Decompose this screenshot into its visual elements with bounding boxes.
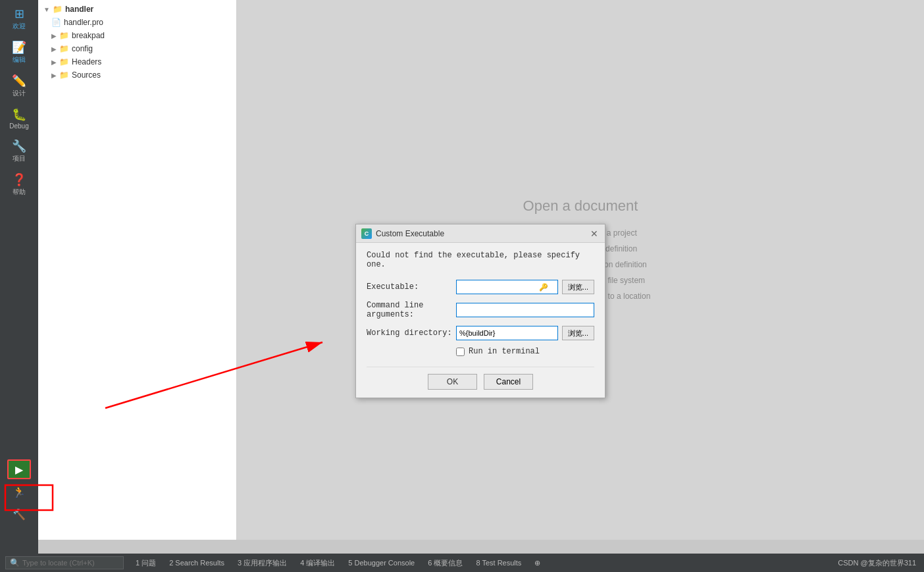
grid-icon: ⊞: [14, 8, 24, 20]
status-tab-search[interactable]: 2 Search Results: [163, 559, 231, 567]
debug-icon: 🐛: [12, 109, 26, 120]
executable-row: Executable: 🔑 浏览...: [367, 280, 594, 294]
sidebar-item-design[interactable]: ✏️ 设计: [0, 70, 38, 103]
workdir-input[interactable]: [456, 326, 558, 340]
edit-icon: 📝: [12, 41, 26, 53]
workdir-browse-button[interactable]: 浏览...: [562, 326, 594, 340]
executable-label: Executable:: [367, 282, 452, 292]
sidebar-label-editor: 编辑: [13, 55, 26, 65]
expand-arrow-breakpad: ▶: [51, 32, 57, 39]
folder-icon-breakpad: 📁: [59, 31, 69, 40]
dialog-titlebar: C Custom Executable ✕: [356, 224, 605, 243]
executable-input[interactable]: [456, 280, 558, 294]
tree-item-headers[interactable]: ▶ 📁 Headers: [38, 55, 236, 68]
tree-item-handler[interactable]: ▼ 📁 handler: [38, 3, 236, 16]
status-tab-summary[interactable]: 6 概要信息: [421, 558, 469, 568]
sidebar-label-debug: Debug: [9, 122, 28, 130]
run-in-terminal-checkbox[interactable]: [456, 348, 465, 356]
custom-executable-dialog: C Custom Executable ✕ Could not find the…: [355, 224, 605, 398]
sidebar-label-project: 项目: [13, 154, 26, 163]
wrench-icon: 🔨: [13, 508, 26, 521]
status-tab-problems[interactable]: 1 问题: [129, 558, 163, 568]
play-icon: ▶: [15, 463, 23, 476]
file-tree: ▼ 📁 handler 📄 handler.pro ▶ 📁 breakpad ▶…: [38, 0, 236, 84]
cmdline-input[interactable]: [456, 303, 594, 317]
sidebar-label-design: 设计: [13, 89, 26, 98]
checkbox-row: Run in terminal: [367, 347, 594, 356]
search-bar[interactable]: 🔍: [5, 556, 124, 569]
status-tab-expand[interactable]: ⊕: [528, 559, 547, 567]
sidebar-label-welcome: 欢迎: [13, 22, 26, 31]
folder-icon-headers: 📁: [59, 57, 69, 66]
run-buttons-area: ▶ 🏃 🔨: [0, 457, 38, 527]
workdir-row: Working directory: 浏览...: [367, 326, 594, 340]
tree-label-breakpad: breakpad: [72, 31, 105, 40]
dialog-close-button[interactable]: ✕: [589, 228, 600, 239]
folder-icon: 📁: [53, 5, 63, 14]
ok-button[interactable]: OK: [428, 374, 477, 390]
tree-label-config: config: [72, 44, 93, 53]
status-bar: 🔍 1 问题 2 Search Results 3 应用程序输出 4 编译输出 …: [0, 554, 924, 572]
sidebar-item-help[interactable]: ❓ 帮助: [0, 169, 38, 202]
sidebar-item-debug[interactable]: 🐛 Debug: [0, 103, 38, 135]
status-tab-app-output[interactable]: 3 应用程序输出: [231, 558, 294, 568]
tree-item-handler-pro[interactable]: 📄 handler.pro: [38, 16, 236, 29]
design-icon: ✏️: [12, 75, 26, 87]
status-bar-right: CSDN @复杂的世界311: [838, 558, 924, 568]
dialog-title: Custom Executable: [376, 229, 585, 238]
tree-item-config[interactable]: ▶ 📁 config: [38, 42, 236, 55]
expand-arrow-headers: ▶: [51, 59, 57, 66]
tree-item-breakpad[interactable]: ▶ 📁 breakpad: [38, 29, 236, 42]
run-other-button2[interactable]: 🔨: [7, 504, 31, 524]
run-icon: 🏃: [13, 486, 26, 498]
search-icon: 🔍: [10, 558, 20, 567]
cancel-button[interactable]: Cancel: [484, 374, 533, 390]
workdir-label: Working directory:: [367, 328, 452, 338]
folder-icon-sources: 📁: [59, 70, 69, 80]
project-icon: 🔧: [12, 140, 26, 152]
run-play-button[interactable]: ▶: [7, 459, 31, 479]
tree-label-handler-pro: handler.pro: [64, 18, 103, 27]
status-bar-left: 🔍 1 问题 2 Search Results 3 应用程序输出 4 编译输出 …: [0, 556, 838, 569]
sidebar-label-help: 帮助: [13, 188, 26, 197]
tree-label-handler: handler: [65, 5, 93, 14]
expand-arrow-config: ▶: [51, 45, 57, 53]
tree-item-sources[interactable]: ▶ 📁 Sources: [38, 68, 236, 82]
executable-browse-button[interactable]: 浏览...: [562, 280, 594, 294]
dialog-title-icon: C: [361, 228, 372, 239]
cmdline-row: Command line arguments:: [367, 301, 594, 319]
expand-arrow: ▼: [43, 6, 50, 13]
cmdline-label: Command line arguments:: [367, 301, 452, 319]
dialog-buttons: OK Cancel: [367, 367, 594, 390]
tree-label-headers: Headers: [72, 57, 101, 66]
sidebar-item-welcome[interactable]: ⊞ 欢迎: [0, 3, 38, 36]
folder-icon-config: 📁: [59, 44, 69, 53]
help-icon: ❓: [12, 174, 26, 186]
file-icon-pro: 📄: [51, 18, 61, 27]
dialog-message: Could not find the executable, please sp…: [367, 251, 594, 269]
open-doc-title: Open a document: [511, 197, 651, 215]
run-in-terminal-label: Run in terminal: [469, 347, 540, 356]
status-tab-test[interactable]: 8 Test Results: [469, 559, 528, 567]
status-tab-debugger[interactable]: 5 Debugger Console: [342, 559, 421, 567]
tree-label-sources: Sources: [72, 70, 101, 80]
sidebar-item-project[interactable]: 🔧 项目: [0, 135, 38, 169]
expand-arrow-sources: ▶: [51, 72, 57, 79]
search-input[interactable]: [22, 559, 115, 567]
status-tab-compile[interactable]: 4 编译输出: [294, 558, 342, 568]
dialog-body: Could not find the executable, please sp…: [356, 243, 605, 398]
file-tree-panel: ▼ 📁 handler 📄 handler.pro ▶ 📁 breakpad ▶…: [38, 0, 237, 540]
run-other-button1[interactable]: 🏃: [7, 482, 31, 502]
sidebar-item-editor[interactable]: 📝 编辑: [0, 36, 38, 70]
